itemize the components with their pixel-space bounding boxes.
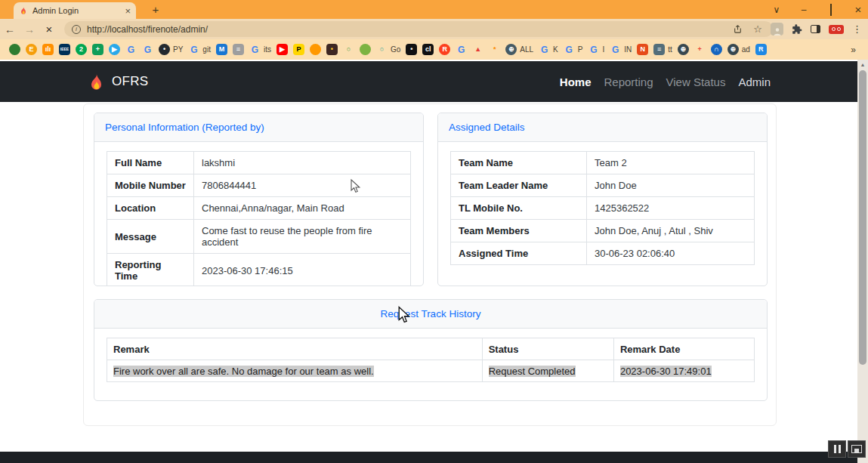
brand[interactable]: OFRS <box>86 72 148 92</box>
bookmark-favicon[interactable]: G <box>588 44 599 55</box>
bookmark-favicon[interactable]: • <box>159 44 170 55</box>
profile-avatar[interactable] <box>771 23 783 35</box>
stop-reload-icon[interactable]: × <box>39 23 59 35</box>
bookmark-favicon[interactable]: ≡ <box>233 44 244 55</box>
bookmark-favicon[interactable]: G <box>539 44 550 55</box>
toolbar-right: ⋮ <box>771 19 862 39</box>
row-value: 7806844441 <box>194 174 411 197</box>
bookmark-favicon[interactable]: ▲ <box>472 44 483 55</box>
personal-info-header: Personal Information (Reported by) <box>94 113 423 142</box>
bookmark-label[interactable]: ALL <box>520 45 533 54</box>
bookmark-favicon[interactable]: ⊕ <box>678 44 689 55</box>
bookmark-favicon[interactable]: ılı <box>42 44 54 55</box>
bookmark-favicon[interactable]: M <box>216 44 227 55</box>
window-controls: ∨ – × <box>771 0 863 19</box>
bookmark-favicon[interactable]: G <box>142 44 153 55</box>
nav-link-view-status[interactable]: View Status <box>666 76 726 88</box>
bookmark-favicon[interactable]: ∩ <box>711 44 722 55</box>
bookmark-favicon[interactable]: E <box>26 44 37 55</box>
row-label: Location <box>107 197 194 220</box>
nav-link-home[interactable]: Home <box>560 76 592 88</box>
pause-button[interactable] <box>828 440 846 458</box>
bookmark-favicon[interactable]: ⊕ <box>505 44 517 55</box>
bookmark-favicon[interactable]: G <box>188 44 199 55</box>
bookmark-label[interactable]: ad <box>742 45 750 54</box>
page-scrollbar[interactable]: ▲ <box>857 60 868 463</box>
flame-logo-icon <box>86 72 107 92</box>
browser-tab[interactable]: Admin Login × <box>14 2 136 19</box>
bookmark-label[interactable]: K <box>553 45 558 54</box>
tab-close-icon[interactable]: × <box>125 6 131 16</box>
bookmark-favicon[interactable]: * <box>489 44 500 55</box>
personal-info-table: Full Name lakshmi Mobile Number 78068444… <box>107 151 411 286</box>
nav-link-admin[interactable]: Admin <box>738 76 771 88</box>
bookmark-favicon[interactable]: N <box>637 44 648 55</box>
table-row: Assigned Time 30-06-23 02:06:40 <box>451 242 755 265</box>
bookmark-favicon[interactable]: G <box>456 44 467 55</box>
nav-link-reporting[interactable]: Reporting <box>604 76 653 88</box>
bookmark-favicon[interactable]: ≡ <box>653 44 665 55</box>
extensions-puzzle-icon[interactable] <box>792 24 802 35</box>
bookmark-label[interactable]: IN <box>624 45 632 54</box>
bookmark-favicon[interactable]: ○ <box>343 44 354 55</box>
date-text: 2023-06-30 17:49:01 <box>620 366 712 377</box>
bookmark-label[interactable]: P <box>578 45 583 54</box>
assigned-details-header: Assigned Details <box>438 113 767 142</box>
new-tab-button[interactable]: + <box>148 2 163 17</box>
bookmark-favicon[interactable]: cl <box>422 44 434 55</box>
row-label: Reporting Time <box>107 254 194 287</box>
bookmark-label[interactable]: its <box>264 45 271 54</box>
bookmark-favicon[interactable]: + <box>92 44 103 55</box>
bookmark-label[interactable]: PY <box>173 45 183 54</box>
track-history-title[interactable]: Request Track History <box>381 308 481 319</box>
bookmark-favicon[interactable]: ⊕ <box>727 44 739 55</box>
bookmark-favicon[interactable]: • <box>406 44 417 55</box>
bookmark-label[interactable]: Go <box>391 45 400 54</box>
bookmark-label[interactable]: git <box>202 45 211 54</box>
bookmark-favicon[interactable]: G <box>564 44 575 55</box>
bookmark-star-icon[interactable]: ☆ <box>753 23 762 35</box>
site-info-icon[interactable]: i <box>72 25 81 34</box>
maximize-icon[interactable] <box>826 5 836 15</box>
table-row: Team Name Team 2 <box>451 152 755 174</box>
bookmark-label[interactable]: tt <box>668 45 672 54</box>
bookmark-favicon[interactable]: R <box>755 44 767 55</box>
table-row: Location Chennai,Anna/nagar, Main Road <box>107 197 411 220</box>
bookmark-favicon[interactable]: ▶ <box>109 44 120 55</box>
bookmark-favicon[interactable]: G <box>249 44 261 55</box>
minimize-icon[interactable]: – <box>798 5 809 15</box>
column-header-status: Status <box>482 338 613 360</box>
forward-icon[interactable]: → <box>20 23 39 35</box>
tab-search-icon[interactable]: ∨ <box>771 5 782 15</box>
scrollbar-thumb[interactable] <box>859 70 866 365</box>
browser-menu-icon[interactable]: ⋮ <box>852 23 862 35</box>
bookmark-label[interactable]: I <box>602 45 604 54</box>
bookmark-favicon[interactable]: 2 <box>76 44 87 55</box>
bookmark-favicon[interactable]: P <box>293 44 304 55</box>
bookmarks-list: EılıIEEE2+▶GG•PYGgitM≡Gits▶P•○○Go•clRG▲*… <box>9 44 767 55</box>
side-panel-icon[interactable] <box>811 25 820 33</box>
bookmark-favicon[interactable] <box>310 44 321 55</box>
address-bar[interactable]: i http://localhost/firenote/admin/ ☆ <box>64 21 773 37</box>
bookmarks-overflow-icon[interactable]: » <box>851 45 859 55</box>
bookmark-favicon[interactable]: IEEE <box>59 44 70 55</box>
table-row: Team Leader Name John Doe <box>451 174 755 197</box>
bookmark-favicon[interactable]: G <box>125 44 137 55</box>
share-icon[interactable] <box>733 24 743 34</box>
bookmark-favicon[interactable]: G <box>610 44 621 55</box>
bookmark-favicon[interactable]: R <box>439 44 450 55</box>
bookmark-favicon[interactable]: ▶ <box>276 44 288 55</box>
brand-text[interactable]: OFRS <box>112 74 148 89</box>
scrollbar-up-icon[interactable]: ▲ <box>857 62 868 67</box>
bookmark-favicon[interactable]: • <box>326 44 338 55</box>
bookmark-favicon[interactable]: ○ <box>376 44 388 55</box>
column-header-remark-date: Remark Date <box>613 338 754 360</box>
extension-badge-icon[interactable] <box>829 25 844 34</box>
window-close-icon[interactable]: × <box>853 3 863 16</box>
back-icon[interactable]: ← <box>0 23 20 35</box>
bookmark-favicon[interactable]: + <box>694 44 706 55</box>
picture-in-picture-button[interactable] <box>848 440 866 458</box>
bookmark-favicon[interactable] <box>360 44 371 55</box>
bookmark-favicon[interactable] <box>9 44 20 55</box>
url-text[interactable]: http://localhost/firenote/admin/ <box>87 24 727 35</box>
